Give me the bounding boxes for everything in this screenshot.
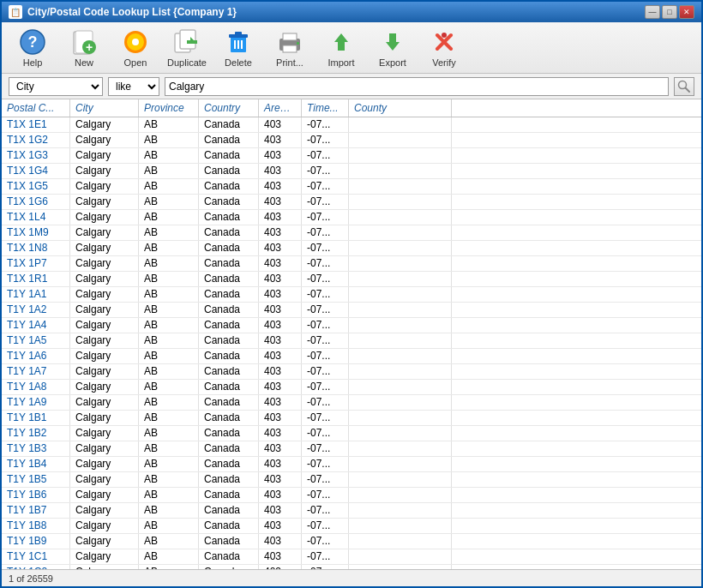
- col-header-postal[interactable]: Postal C...: [2, 99, 70, 117]
- table-row[interactable]: T1Y 1B9 Calgary AB Canada 403 -07...: [2, 534, 701, 549]
- cell-postal[interactable]: T1Y 1B7: [2, 503, 70, 518]
- postal-link[interactable]: T1X 1M9: [7, 226, 49, 238]
- table-row[interactable]: T1Y 1B1 Calgary AB Canada 403 -07...: [2, 411, 701, 426]
- table-row[interactable]: T1Y 1B4 Calgary AB Canada 403 -07...: [2, 457, 701, 472]
- table-row[interactable]: T1Y 1A7 Calgary AB Canada 403 -07...: [2, 364, 701, 380]
- postal-link[interactable]: T1X 1R1: [7, 273, 47, 285]
- cell-postal[interactable]: T1X 1R1: [2, 272, 70, 286]
- postal-link[interactable]: T1X 1P7: [7, 257, 47, 269]
- cell-postal[interactable]: T1Y 1B4: [2, 457, 70, 471]
- maximize-button[interactable]: □: [662, 5, 677, 19]
- cell-postal[interactable]: T1Y 1A4: [2, 318, 70, 333]
- table-row[interactable]: T1X 1R1 Calgary AB Canada 403 -07...: [2, 272, 701, 287]
- postal-link[interactable]: T1Y 1B6: [7, 489, 46, 501]
- cell-postal[interactable]: T1X 1G4: [2, 164, 70, 178]
- cell-postal[interactable]: T1Y 1C1: [2, 549, 70, 564]
- cell-postal[interactable]: T1Y 1A8: [2, 380, 70, 394]
- cell-postal[interactable]: T1Y 1A9: [2, 395, 70, 410]
- cell-postal[interactable]: T1X 1E1: [2, 117, 70, 132]
- table-body[interactable]: T1X 1E1 Calgary AB Canada 403 -07... T1X…: [2, 117, 701, 569]
- table-row[interactable]: T1Y 1A8 Calgary AB Canada 403 -07...: [2, 380, 701, 395]
- table-row[interactable]: T1X 1G3 Calgary AB Canada 403 -07...: [2, 148, 701, 164]
- cell-postal[interactable]: T1Y 1A5: [2, 333, 70, 348]
- cell-postal[interactable]: T1Y 1B3: [2, 441, 70, 456]
- cell-postal[interactable]: T1X 1G6: [2, 195, 70, 209]
- open-button[interactable]: Open: [111, 27, 159, 69]
- postal-link[interactable]: T1X 1G2: [7, 134, 48, 146]
- cell-postal[interactable]: T1Y 1B1: [2, 411, 70, 425]
- filter-operator-select[interactable]: like equals starts with: [108, 77, 159, 96]
- postal-link[interactable]: T1X 1G6: [7, 195, 48, 207]
- postal-link[interactable]: T1X 1L4: [7, 211, 45, 223]
- table-row[interactable]: T1Y 1B6 Calgary AB Canada 403 -07...: [2, 488, 701, 503]
- table-row[interactable]: T1Y 1A2 Calgary AB Canada 403 -07...: [2, 303, 701, 318]
- delete-button[interactable]: Delete: [214, 27, 262, 69]
- filter-search-button[interactable]: [674, 77, 694, 96]
- table-row[interactable]: T1X 1G5 Calgary AB Canada 403 -07...: [2, 179, 701, 195]
- print-button[interactable]: Print...: [266, 27, 314, 69]
- cell-postal[interactable]: T1Y 1A7: [2, 364, 70, 379]
- postal-link[interactable]: T1Y 1A1: [7, 288, 46, 300]
- cell-postal[interactable]: T1Y 1B6: [2, 488, 70, 502]
- table-row[interactable]: T1Y 1B3 Calgary AB Canada 403 -07...: [2, 441, 701, 457]
- postal-link[interactable]: T1Y 1B3: [7, 442, 46, 454]
- export-button[interactable]: Export: [369, 27, 417, 69]
- minimize-button[interactable]: —: [645, 5, 660, 19]
- table-row[interactable]: T1Y 1B8 Calgary AB Canada 403 -07...: [2, 519, 701, 534]
- postal-link[interactable]: T1Y 1A6: [7, 350, 46, 362]
- postal-link[interactable]: T1Y 1B8: [7, 519, 46, 531]
- col-header-area[interactable]: Area ...: [259, 99, 302, 117]
- filter-field-select[interactable]: City Postal Code Province Country: [9, 77, 103, 96]
- cell-postal[interactable]: T1X 1G3: [2, 148, 70, 163]
- table-row[interactable]: T1Y 1A6 Calgary AB Canada 403 -07...: [2, 349, 701, 364]
- cell-postal[interactable]: T1X 1G5: [2, 179, 70, 194]
- close-button[interactable]: ✕: [679, 5, 694, 19]
- col-header-county[interactable]: County: [349, 99, 452, 117]
- verify-button[interactable]: Verify: [420, 27, 468, 69]
- cell-postal[interactable]: T1X 1G2: [2, 133, 70, 147]
- help-button[interactable]: ? Help: [9, 27, 57, 69]
- postal-link[interactable]: T1X 1N8: [7, 242, 47, 254]
- table-row[interactable]: T1Y 1A5 Calgary AB Canada 403 -07...: [2, 333, 701, 349]
- postal-link[interactable]: T1Y 1A4: [7, 319, 46, 331]
- table-row[interactable]: T1X 1L4 Calgary AB Canada 403 -07...: [2, 210, 701, 225]
- table-row[interactable]: T1X 1G4 Calgary AB Canada 403 -07...: [2, 164, 701, 179]
- postal-link[interactable]: T1Y 1A5: [7, 334, 46, 346]
- filter-value-input[interactable]: [165, 77, 669, 96]
- postal-link[interactable]: T1Y 1B4: [7, 458, 46, 470]
- table-row[interactable]: T1X 1G6 Calgary AB Canada 403 -07...: [2, 195, 701, 210]
- postal-link[interactable]: T1X 1G3: [7, 149, 48, 161]
- duplicate-button[interactable]: Duplicate: [163, 27, 211, 69]
- postal-link[interactable]: T1Y 1B9: [7, 535, 46, 547]
- table-row[interactable]: T1Y 1A9 Calgary AB Canada 403 -07...: [2, 395, 701, 411]
- table-row[interactable]: T1Y 1B2 Calgary AB Canada 403 -07...: [2, 426, 701, 441]
- postal-link[interactable]: T1Y 1C1: [7, 550, 47, 562]
- cell-postal[interactable]: T1Y 1A6: [2, 349, 70, 363]
- cell-postal[interactable]: T1X 1N8: [2, 241, 70, 255]
- table-row[interactable]: T1X 1P7 Calgary AB Canada 403 -07...: [2, 256, 701, 272]
- postal-link[interactable]: T1X 1E1: [7, 118, 47, 130]
- table-row[interactable]: T1Y 1B5 Calgary AB Canada 403 -07...: [2, 472, 701, 488]
- cell-postal[interactable]: T1Y 1B9: [2, 534, 70, 549]
- col-header-province[interactable]: Province: [139, 99, 199, 117]
- table-row[interactable]: T1X 1G2 Calgary AB Canada 403 -07...: [2, 133, 701, 148]
- table-row[interactable]: T1X 1M9 Calgary AB Canada 403 -07...: [2, 225, 701, 241]
- table-row[interactable]: T1X 1N8 Calgary AB Canada 403 -07...: [2, 241, 701, 256]
- cell-postal[interactable]: T1X 1L4: [2, 210, 70, 225]
- postal-link[interactable]: T1Y 1A9: [7, 396, 46, 408]
- cell-postal[interactable]: T1Y 1B5: [2, 472, 70, 487]
- cell-postal[interactable]: T1X 1M9: [2, 225, 70, 240]
- table-row[interactable]: T1Y 1C1 Calgary AB Canada 403 -07...: [2, 549, 701, 565]
- table-row[interactable]: T1Y 1A1 Calgary AB Canada 403 -07...: [2, 287, 701, 303]
- cell-postal[interactable]: T1X 1P7: [2, 256, 70, 271]
- postal-link[interactable]: T1Y 1A7: [7, 365, 46, 377]
- cell-postal[interactable]: T1Y 1B8: [2, 519, 70, 533]
- table-row[interactable]: T1Y 1B7 Calgary AB Canada 403 -07...: [2, 503, 701, 519]
- col-header-time[interactable]: Time...: [302, 99, 349, 117]
- postal-link[interactable]: T1Y 1A2: [7, 303, 46, 315]
- postal-link[interactable]: T1Y 1B5: [7, 473, 46, 485]
- postal-link[interactable]: T1Y 1B7: [7, 504, 46, 516]
- cell-postal[interactable]: T1Y 1A2: [2, 303, 70, 317]
- cell-postal[interactable]: T1Y 1B2: [2, 426, 70, 441]
- col-header-city[interactable]: City: [70, 99, 139, 117]
